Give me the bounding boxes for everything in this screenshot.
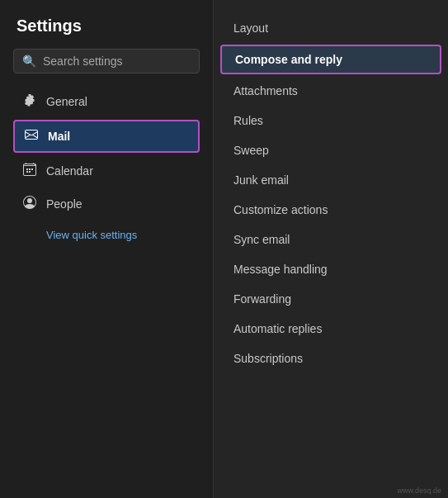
right-item-message-handling[interactable]: Message handling	[214, 254, 448, 284]
calendar-icon	[21, 163, 38, 179]
people-icon	[21, 196, 38, 212]
search-input[interactable]	[43, 55, 191, 68]
search-icon: 🔍	[22, 55, 36, 68]
sidebar-item-label-calendar: Calendar	[46, 164, 93, 178]
right-item-attachments[interactable]: Attachments	[214, 76, 448, 106]
watermark: www.desq.de	[397, 486, 441, 495]
sidebar-item-label-mail: Mail	[48, 130, 70, 143]
settings-title: Settings	[13, 17, 200, 36]
right-item-layout[interactable]: Layout	[214, 13, 448, 43]
right-item-sync-email[interactable]: Sync email	[214, 225, 448, 254]
right-item-subscriptions[interactable]: Subscriptions	[214, 344, 448, 373]
sidebar-item-label-general: General	[46, 95, 87, 108]
sidebar-item-calendar[interactable]: Calendar	[13, 156, 200, 186]
mail-icon	[23, 128, 40, 145]
search-box[interactable]: 🔍	[13, 49, 200, 74]
right-item-forwarding[interactable]: Forwarding	[214, 284, 448, 314]
view-quick-settings[interactable]: View quick settings	[13, 222, 200, 248]
right-item-customize-actions[interactable]: Customize actions	[214, 195, 448, 225]
sidebar-item-general[interactable]: General	[13, 87, 200, 116]
right-panel: Layout Compose and reply Attachments Rul…	[213, 0, 448, 498]
left-panel: Settings 🔍 General Mail	[0, 0, 213, 498]
sidebar-item-label-people: People	[46, 197, 83, 211]
right-item-automatic-replies[interactable]: Automatic replies	[214, 314, 448, 344]
right-item-rules[interactable]: Rules	[214, 106, 448, 135]
right-item-sweep[interactable]: Sweep	[214, 135, 448, 165]
right-item-compose-and-reply[interactable]: Compose and reply	[220, 45, 441, 74]
settings-container: Settings 🔍 General Mail	[0, 0, 448, 498]
sidebar-item-people[interactable]: People	[13, 189, 200, 219]
gear-icon	[21, 93, 38, 110]
right-item-junk-email[interactable]: Junk email	[214, 165, 448, 195]
sidebar-item-mail[interactable]: Mail	[13, 120, 200, 153]
